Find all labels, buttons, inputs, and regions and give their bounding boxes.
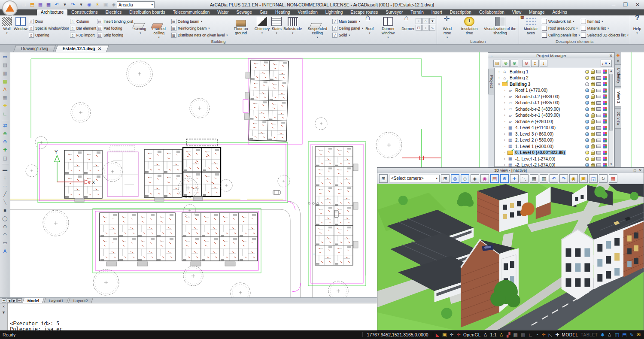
status-toggle-icon[interactable]: ⬒ <box>622 331 626 339</box>
quick-access-icon[interactable]: ▦ <box>45 1 52 8</box>
color-palette-icon[interactable] <box>603 163 607 167</box>
chimney-button[interactable]: Chimney▾ <box>254 16 270 36</box>
ribbon-tab[interactable]: View <box>508 9 526 15</box>
status-toggle-icon[interactable]: ✎ <box>630 331 634 339</box>
roof-button[interactable]: Roof▾ <box>364 16 375 36</box>
tool-icon[interactable]: ▩ <box>1 78 9 85</box>
app-logo[interactable] <box>2 0 18 16</box>
tree-item[interactable]: › 3. Level 3 (+860.00) <box>495 131 608 137</box>
window-button[interactable]: Window <box>13 16 28 31</box>
tablet-toggle[interactable]: TABLET <box>581 333 598 337</box>
3d-tool-button[interactable]: ▣ <box>579 174 588 183</box>
tree-item[interactable]: › 2. Level 2 (+580.00) <box>495 137 608 144</box>
printer-icon[interactable] <box>596 114 601 117</box>
quick-access-icon[interactable]: ▣ <box>102 1 109 8</box>
expand-arrow-icon[interactable]: › <box>502 132 507 136</box>
quick-access-icon[interactable]: ↶ <box>53 1 60 8</box>
printer-icon[interactable] <box>596 95 601 98</box>
3d-tool-button[interactable]: ◉ <box>569 174 578 183</box>
close-button[interactable]: ✕ <box>635 2 640 8</box>
printer-icon[interactable] <box>596 132 601 136</box>
ribbon-tab[interactable]: Add-Ins <box>548 9 571 15</box>
ribbon-menu-item[interactable]: ▯ F3D import▾ <box>70 32 96 38</box>
lock-icon[interactable] <box>591 77 595 80</box>
status-toggle-icon[interactable]: ▦ <box>521 331 525 339</box>
visibility-bulb-icon[interactable] <box>585 82 589 86</box>
balustrade-button[interactable]: Balustrade▾ <box>283 16 302 36</box>
expand-arrow-icon[interactable]: › <box>502 151 507 154</box>
color-palette-icon[interactable] <box>603 151 607 155</box>
visibility-bulb-icon[interactable] <box>585 70 589 74</box>
project-manager-tool-button[interactable]: ⊕ <box>502 60 510 67</box>
expand-arrow-icon[interactable]: › <box>502 163 507 167</box>
3d-tool-button[interactable]: ▦ <box>609 174 617 183</box>
printer-icon[interactable] <box>596 70 601 73</box>
close-panel-icon[interactable]: ✕ <box>609 53 613 58</box>
visibility-bulb-icon[interactable] <box>585 157 589 161</box>
ribbon-menu-item[interactable]: ╱ Ceiling panel▾ <box>332 25 363 31</box>
expand-arrow-icon[interactable]: › <box>497 76 501 80</box>
ribbon-menu-item[interactable]: ▦ Reinforcing beam▾ <box>171 25 228 31</box>
3d-tool-button[interactable]: ▤ <box>490 174 499 183</box>
ribbon-tab[interactable]: Lightning <box>322 9 347 15</box>
ribbon-menu-item[interactable]: ╱ Main beam▾ <box>332 18 363 24</box>
scrollbar-thumb[interactable] <box>609 74 613 130</box>
ribbon-tab[interactable]: Ventilation <box>294 9 322 15</box>
status-toggle-icon[interactable]: ✱ <box>601 331 605 339</box>
quick-access-icon[interactable]: ↷ <box>70 1 76 8</box>
insolation-time-button[interactable]: Insolation time <box>457 16 482 36</box>
3d-tool-button[interactable]: ↻ <box>599 174 608 183</box>
project-manager-tool-button[interactable]: ↥ <box>531 60 539 67</box>
tool-icon[interactable]: ✚ <box>1 147 9 154</box>
tool-icon[interactable]: ▭ <box>1 54 9 61</box>
tool-icon[interactable]: ◯ <box>1 215 9 222</box>
ribbon-menu-item[interactable]: Material list▾ <box>581 25 629 31</box>
ribbon-menu-item[interactable]: ▯ Special window/door▾ <box>29 25 69 31</box>
expand-arrow-icon[interactable]: › <box>502 88 507 92</box>
ribbon-menu-item[interactable]: Woodwork list▾ <box>542 18 580 24</box>
ribbon-menu-item[interactable]: Selected 3D objects list▾ <box>581 32 629 38</box>
tool-icon[interactable]: ▬ <box>1 166 9 173</box>
color-palette-icon[interactable] <box>603 113 607 118</box>
status-toggle-icon[interactable]: ▦ <box>513 331 517 339</box>
ceiling-button[interactable]: Ceiling▾ <box>134 16 147 36</box>
tree-item[interactable]: › Schade-b-r-2 (+839.00) <box>495 106 608 112</box>
project-manager-tool-button[interactable]: ⊖ <box>522 60 530 67</box>
quick-access-icon[interactable]: ☀ <box>94 1 101 8</box>
expand-arrow-icon[interactable]: › <box>502 120 507 124</box>
printer-icon[interactable] <box>596 107 601 111</box>
lock-icon[interactable] <box>591 108 595 111</box>
tool-icon[interactable]: ∟ <box>1 111 9 118</box>
color-palette-icon[interactable] <box>603 126 607 130</box>
status-toggle-icon[interactable]: ◔ <box>536 331 539 339</box>
visibility-bulb-icon[interactable] <box>585 151 589 154</box>
printer-icon[interactable] <box>596 139 601 142</box>
status-toggle-icon[interactable]: ♙ <box>499 331 504 339</box>
visibility-bulb-icon[interactable] <box>585 113 589 117</box>
ribbon-tab[interactable]: Surveyor <box>382 9 407 15</box>
visibility-bulb-icon[interactable] <box>585 88 589 92</box>
tab-project[interactable]: Project <box>488 69 494 94</box>
status-toggle-icon[interactable]: ✉ <box>637 331 641 339</box>
ribbon-menu-item[interactable]: ▯ Column▾ <box>70 18 96 24</box>
3d-tool-button[interactable]: ↶ <box>550 174 558 183</box>
document-tab[interactable]: Drawing1.dwg✕ <box>13 45 56 52</box>
camera-select[interactable]: <Select camera>▾ <box>389 175 440 182</box>
expand-command-icon[interactable]: ▼ <box>3 310 5 315</box>
expand-arrow-icon[interactable]: › <box>502 157 507 161</box>
visibility-bulb-icon[interactable] <box>585 126 589 130</box>
scale-label[interactable]: 1:1 <box>490 333 497 337</box>
ribbon-tab[interactable]: Terrain <box>407 9 428 15</box>
ribbon-tab[interactable]: Description <box>446 9 475 15</box>
color-palette-icon[interactable] <box>603 94 607 99</box>
status-toggle-icon[interactable]: ✚ <box>555 331 559 339</box>
printer-icon[interactable] <box>596 157 601 160</box>
tree-item[interactable]: › Roof 1 (+770.00) <box>495 88 608 94</box>
expand-arrow-icon[interactable]: › <box>502 95 507 99</box>
lock-icon[interactable] <box>591 71 595 74</box>
status-toggle-icon[interactable]: ✛ <box>542 331 546 339</box>
ribbon-tab[interactable]: Sewage <box>233 9 256 15</box>
tool-icon[interactable]: ⋯ <box>1 183 9 190</box>
quick-access-icon[interactable]: ▦ <box>37 1 44 8</box>
3d-tool-button[interactable]: ▦ <box>530 174 538 183</box>
